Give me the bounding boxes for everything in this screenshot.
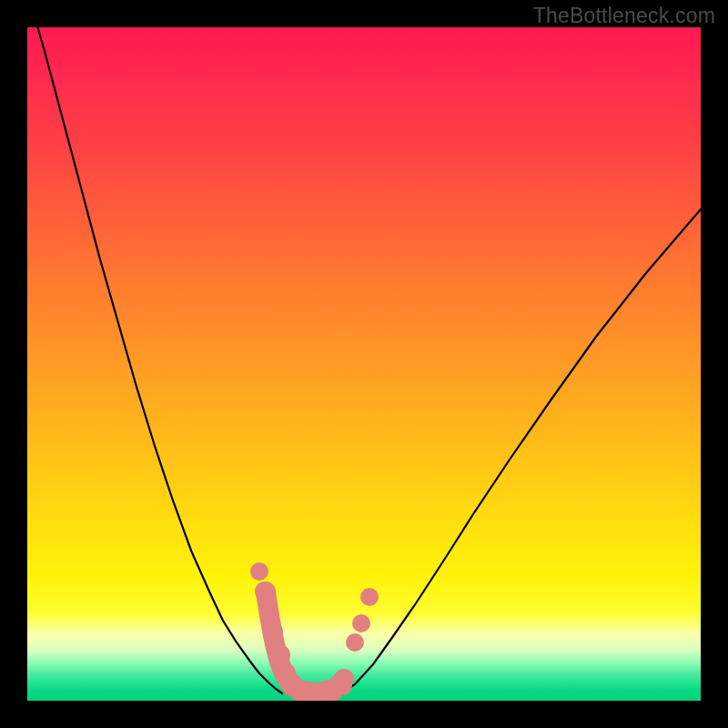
valley-marker-dot bbox=[332, 675, 352, 695]
valley-marker-dot bbox=[250, 562, 268, 581]
valley-marker-dot bbox=[360, 588, 379, 606]
chart-container: TheBottleneck.com bbox=[0, 0, 728, 728]
valley-marker-dot bbox=[346, 633, 364, 652]
watermark-text: TheBottleneck.com bbox=[533, 4, 715, 28]
valley-marker-dot bbox=[352, 614, 370, 632]
valley-marker-dot bbox=[255, 581, 275, 602]
plot-area bbox=[27, 27, 701, 701]
bottleneck-curve-left bbox=[27, 27, 282, 693]
bottleneck-curve-right bbox=[341, 209, 701, 693]
curve-overlay bbox=[27, 27, 701, 701]
valley-marker-dot bbox=[263, 622, 283, 642]
